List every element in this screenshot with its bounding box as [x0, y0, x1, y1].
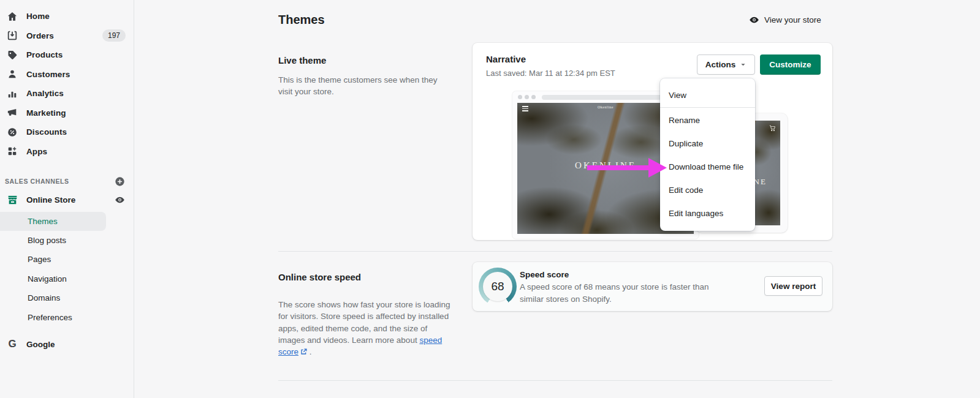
theme-last-saved: Last saved: Mar 11 at 12:34 pm EST — [486, 69, 615, 78]
customize-button[interactable]: Customize — [760, 54, 821, 75]
sidebar-item-label: Products — [26, 50, 63, 59]
online-store-subnav: Themes Blog posts Pages Navigation Domai… — [0, 212, 134, 327]
menu-item-view[interactable]: View — [660, 83, 755, 107]
actions-button[interactable]: Actions — [697, 54, 755, 75]
menu-item-edit-languages[interactable]: Edit languages — [660, 201, 755, 225]
menu-item-duplicate[interactable]: Duplicate — [660, 132, 755, 155]
sidebar-item-products[interactable]: Products — [0, 45, 134, 65]
browser-dot — [525, 95, 529, 99]
sales-channels-header: SALES CHANNELS — [0, 176, 134, 187]
page-title: Themes — [278, 13, 325, 27]
add-sales-channel-button[interactable] — [115, 176, 125, 187]
sidebar-item-domains[interactable]: Domains — [0, 288, 106, 307]
analytics-icon — [6, 88, 18, 100]
live-theme-card: Narrative Last saved: Mar 11 at 12:34 pm… — [473, 43, 832, 240]
sidebar-item-discounts[interactable]: Discounts — [0, 122, 134, 142]
view-your-store-link[interactable]: View your store — [749, 15, 821, 25]
sidebar-item-blog-posts[interactable]: Blog posts — [0, 231, 106, 250]
sidebar-item-customers[interactable]: Customers — [0, 65, 134, 84]
sidebar: Home Orders 197 Products Customers — [0, 0, 134, 398]
sidebar-item-label: Orders — [26, 31, 54, 40]
sidebar-item-label: Customers — [26, 70, 70, 79]
preview-store-eye-icon[interactable] — [115, 195, 125, 205]
speed-score-gauge: 68 — [479, 268, 517, 306]
speed-score-description: A speed score of 68 means your store is … — [520, 282, 708, 291]
sidebar-item-marketing[interactable]: Marketing — [0, 103, 134, 123]
storefront-icon — [6, 194, 18, 206]
speed-score-value: 68 — [483, 272, 512, 301]
sidebar-item-google[interactable]: G Google — [0, 335, 134, 354]
cart-icon — [769, 125, 776, 132]
sidebar-item-label: Analytics — [26, 89, 64, 98]
menu-item-rename[interactable]: Rename — [660, 108, 755, 132]
sidebar-item-home[interactable]: Home — [0, 7, 134, 26]
sidebar-item-label: Marketing — [26, 108, 66, 118]
eye-icon — [749, 15, 759, 25]
speed-section-description: The score shows how fast your store is l… — [278, 299, 455, 358]
sidebar-item-label: Discounts — [26, 127, 67, 137]
menu-item-download-theme-file[interactable]: Download theme file — [660, 155, 755, 178]
sidebar-item-navigation[interactable]: Navigation — [0, 269, 106, 288]
theme-name: Narrative — [486, 54, 526, 64]
products-icon — [6, 49, 18, 61]
orders-icon — [6, 29, 18, 42]
speed-score-title: Speed score — [520, 270, 569, 279]
speed-section-heading: Online store speed — [278, 272, 361, 282]
sales-channels-label: SALES CHANNELS — [5, 178, 115, 185]
menu-divider — [660, 107, 755, 108]
actions-dropdown-menu: View Rename Duplicate Download theme fil… — [660, 78, 755, 231]
sidebar-item-analytics[interactable]: Analytics — [0, 84, 134, 103]
sidebar-item-themes[interactable]: Themes — [0, 212, 106, 231]
browser-dot — [518, 95, 522, 99]
sidebar-item-pages[interactable]: Pages — [0, 250, 106, 269]
apps-icon — [6, 145, 18, 157]
section-divider — [278, 251, 832, 252]
google-icon: G — [6, 338, 18, 350]
sidebar-item-label: Home — [26, 12, 50, 21]
sidebar-item-online-store[interactable]: Online Store — [0, 190, 134, 210]
browser-dot — [531, 95, 536, 99]
sidebar-item-label: Apps — [26, 147, 47, 156]
external-link-icon — [300, 348, 307, 355]
speed-score-description: similar stores on Shopify. — [520, 295, 612, 304]
chevron-down-icon — [740, 61, 746, 68]
marketing-icon — [6, 107, 18, 119]
live-theme-heading: Live theme — [278, 55, 326, 66]
discounts-icon — [6, 126, 18, 138]
view-report-button[interactable]: View report — [764, 276, 822, 296]
view-your-store-label: View your store — [764, 15, 821, 24]
sidebar-item-orders[interactable]: Orders 197 — [0, 26, 134, 46]
section-divider — [278, 380, 832, 381]
menu-item-edit-code[interactable]: Edit code — [660, 178, 755, 201]
home-icon — [6, 10, 18, 23]
sidebar-item-apps[interactable]: Apps — [0, 142, 134, 162]
sidebar-item-preferences[interactable]: Preferences — [0, 307, 106, 326]
speed-score-card: 68 Speed score A speed score of 68 means… — [473, 262, 832, 311]
online-store-label: Online Store — [26, 195, 115, 205]
live-theme-description: This is the theme customers see when the… — [278, 74, 456, 98]
google-label: Google — [26, 340, 55, 349]
orders-count-badge: 197 — [102, 29, 126, 42]
shopify-admin-page: Home Orders 197 Products Customers — [0, 0, 980, 398]
customers-icon — [6, 68, 18, 80]
